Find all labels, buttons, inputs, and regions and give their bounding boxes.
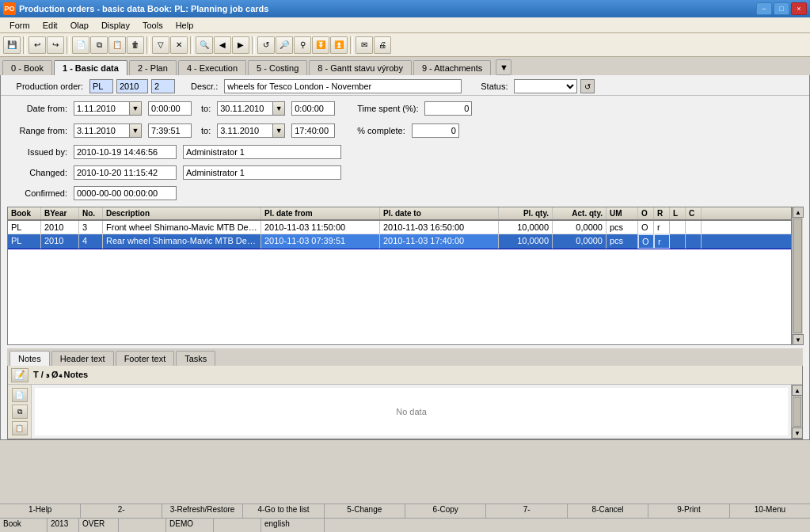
tb-refresh[interactable]: ↺ bbox=[257, 36, 275, 54]
bottom-tab-footer-text[interactable]: Footer text bbox=[116, 351, 175, 366]
bottom-tab-notes[interactable]: Notes bbox=[10, 351, 50, 366]
prod-order-descr[interactable] bbox=[224, 79, 462, 93]
tab-gantt[interactable]: 8 - Gantt stavu výroby bbox=[309, 60, 412, 75]
prod-order-year[interactable] bbox=[116, 79, 148, 93]
key-8-cancel[interactable]: 8-Cancel bbox=[568, 504, 648, 518]
th-pl-qty: Pl. qty. bbox=[499, 207, 553, 219]
notes-scroll-thumb[interactable] bbox=[793, 397, 801, 427]
key-7[interactable]: 7- bbox=[486, 504, 567, 518]
notes-copy-btn[interactable]: ⧉ bbox=[12, 405, 28, 419]
bottom-tab-header-text[interactable]: Header text bbox=[51, 351, 114, 366]
key-2[interactable]: 2- bbox=[81, 504, 162, 518]
table-scrollbar[interactable]: ▲ ▼ bbox=[792, 207, 803, 345]
th-byear: BYear bbox=[41, 207, 79, 219]
menu-help[interactable]: Help bbox=[169, 19, 200, 32]
to-label: to: bbox=[201, 104, 211, 113]
prod-order-number[interactable] bbox=[151, 79, 175, 93]
tab-dropdown[interactable]: ▼ bbox=[496, 59, 511, 75]
tb-redo[interactable]: ↪ bbox=[47, 36, 64, 54]
key-10-menu[interactable]: 10-Menu bbox=[730, 504, 810, 518]
tb-find-next[interactable]: ⏬ bbox=[312, 36, 329, 54]
td-plfrom-1: 2010-11-03 11:50:00 bbox=[261, 221, 380, 234]
tb-prev[interactable]: ◀ bbox=[214, 36, 231, 54]
key-5-change[interactable]: 5-Change bbox=[325, 504, 405, 518]
range-time-to-input[interactable] bbox=[291, 124, 335, 138]
status-english: english bbox=[261, 519, 325, 532]
notes-scroll-up[interactable]: ▲ bbox=[792, 385, 803, 396]
changed-user[interactable] bbox=[183, 165, 341, 180]
tab-costing[interactable]: 5 - Costing bbox=[248, 60, 307, 75]
th-l: L bbox=[670, 207, 686, 219]
tb-new[interactable]: 📄 bbox=[72, 36, 89, 54]
date-to-input[interactable] bbox=[217, 101, 272, 116]
range-to-btn[interactable]: ▼ bbox=[272, 124, 285, 138]
date-from-btn[interactable]: ▼ bbox=[129, 101, 142, 116]
minimize-button[interactable]: − bbox=[756, 2, 772, 15]
scroll-thumb[interactable] bbox=[793, 218, 802, 333]
tb-next[interactable]: ▶ bbox=[232, 36, 249, 54]
tb-search[interactable]: 🔍 bbox=[196, 36, 213, 54]
key-1-help[interactable]: 1-Help bbox=[0, 504, 81, 518]
key-9-print[interactable]: 9-Print bbox=[648, 504, 729, 518]
status-select[interactable] bbox=[514, 79, 577, 93]
key-3-refresh[interactable]: 3-Refresh/Restore bbox=[162, 504, 243, 518]
tab-book[interactable]: 0 - Book bbox=[2, 60, 52, 75]
tb-find-all[interactable]: ⚲ bbox=[294, 36, 311, 54]
tb-find-prev[interactable]: ⏫ bbox=[330, 36, 348, 54]
th-pl-date-from: Pl. date from bbox=[261, 207, 380, 219]
td-book-1: PL bbox=[8, 221, 41, 234]
maximize-button[interactable]: □ bbox=[774, 2, 789, 15]
tab-attachments[interactable]: 9 - Attachments bbox=[413, 60, 491, 75]
menu-tools[interactable]: Tools bbox=[136, 19, 169, 32]
prod-order-book[interactable] bbox=[89, 79, 113, 93]
time-to-input[interactable] bbox=[291, 101, 335, 116]
key-6-copy[interactable]: 6-Copy bbox=[405, 504, 486, 518]
tb-paste[interactable]: 📋 bbox=[108, 36, 126, 54]
close-button[interactable]: × bbox=[791, 2, 807, 15]
changed-datetime[interactable] bbox=[74, 165, 177, 180]
key-4-goto[interactable]: 4-Go to the list bbox=[243, 504, 324, 518]
table-row-selected[interactable]: PL 2010 4 Rear wheel Shimano-Mavic MTB D… bbox=[8, 234, 791, 249]
confirmed-datetime[interactable] bbox=[74, 186, 177, 200]
tb-delete[interactable]: 🗑 bbox=[127, 36, 144, 54]
issued-by-user[interactable] bbox=[183, 145, 341, 159]
time-from-input[interactable] bbox=[148, 101, 192, 116]
notes-icon-1[interactable]: 📝 bbox=[11, 368, 29, 382]
tb-print[interactable]: 🖨 bbox=[374, 36, 391, 54]
bottom-tab-tasks[interactable]: Tasks bbox=[176, 351, 215, 366]
tb-save[interactable]: 💾 bbox=[3, 36, 21, 54]
tb-sep4 bbox=[190, 36, 193, 54]
tb-filter[interactable]: ▽ bbox=[152, 36, 169, 54]
range-time-from-input[interactable] bbox=[148, 124, 192, 138]
table-row[interactable]: PL 2010 3 Front wheel Shimano-Mavic MTB … bbox=[8, 221, 791, 234]
status-refresh[interactable]: ↺ bbox=[580, 79, 595, 93]
date-from-input[interactable] bbox=[74, 101, 129, 116]
tab-plan[interactable]: 2 - Plan bbox=[129, 60, 177, 75]
scroll-down[interactable]: ▼ bbox=[793, 334, 804, 345]
td-no-2: 4 bbox=[79, 234, 103, 249]
tb-find[interactable]: 🔎 bbox=[276, 36, 293, 54]
tab-basic-data[interactable]: 1 - Basic data bbox=[54, 60, 127, 75]
issued-by-datetime[interactable] bbox=[74, 145, 177, 159]
notes-scrollbar[interactable]: ▲ ▼ bbox=[791, 385, 802, 439]
tb-clear-filter[interactable]: ✕ bbox=[170, 36, 188, 54]
time-spent-input[interactable] bbox=[424, 101, 472, 116]
menu-form[interactable]: Form bbox=[3, 19, 36, 32]
scroll-up[interactable]: ▲ bbox=[793, 207, 804, 218]
menu-display[interactable]: Display bbox=[95, 19, 136, 32]
tb-email[interactable]: ✉ bbox=[356, 36, 373, 54]
range-from-input[interactable] bbox=[74, 124, 129, 138]
notes-paste-btn[interactable]: 📋 bbox=[12, 421, 28, 435]
notes-doc-btn[interactable]: 📄 bbox=[12, 388, 28, 402]
menu-olap[interactable]: Olap bbox=[64, 19, 95, 32]
range-to-input[interactable] bbox=[217, 124, 272, 138]
notes-scroll-down[interactable]: ▼ bbox=[792, 428, 803, 439]
date-to-btn[interactable]: ▼ bbox=[272, 101, 285, 116]
tab-execution[interactable]: 4 - Execution bbox=[178, 60, 246, 75]
tb-undo[interactable]: ↩ bbox=[29, 36, 46, 54]
tb-copy[interactable]: ⧉ bbox=[90, 36, 108, 54]
td-r-2: r bbox=[654, 234, 670, 249]
menu-edit[interactable]: Edit bbox=[36, 19, 64, 32]
range-from-btn[interactable]: ▼ bbox=[129, 124, 142, 138]
pct-complete-input[interactable] bbox=[412, 124, 459, 138]
